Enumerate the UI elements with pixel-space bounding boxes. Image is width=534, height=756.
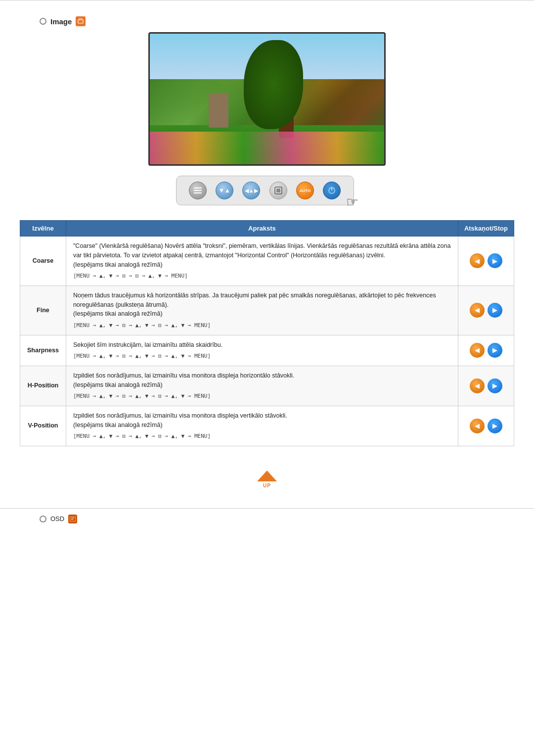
svg-rect-0 bbox=[78, 20, 83, 23]
fine-nav-buttons: ◀ ▶ bbox=[465, 303, 507, 318]
brightness-button[interactable]: ◀▲▶ bbox=[242, 182, 260, 199]
hposition-nav-buttons: ◀ ▶ bbox=[465, 378, 507, 393]
auto-button[interactable]: AUTO bbox=[296, 182, 314, 199]
table-row: V-Position Izpildiet šos norādījumus, la… bbox=[20, 406, 514, 446]
svg-rect-3 bbox=[194, 192, 202, 193]
osd-icon-badge bbox=[68, 515, 77, 523]
svg-rect-8 bbox=[70, 517, 76, 521]
col-header-menu: Izvēlne bbox=[20, 221, 66, 236]
up-button-area: UP bbox=[0, 456, 534, 503]
osd-section-label: OSD bbox=[50, 515, 64, 522]
down-up-button[interactable]: ▼▲ bbox=[216, 182, 233, 199]
row-action-coarse: ◀ ▶ bbox=[458, 236, 514, 286]
monitor-image bbox=[148, 32, 386, 166]
osd-section-header: OSD bbox=[0, 509, 534, 529]
vposition-prev-button[interactable]: ◀ bbox=[470, 419, 485, 433]
svg-rect-5 bbox=[276, 189, 280, 192]
row-desc-vposition: Izpildiet šos norādījumus, lai izmainītu… bbox=[66, 406, 458, 446]
up-button[interactable]: UP bbox=[252, 466, 282, 493]
image-section-label: Image bbox=[50, 17, 72, 26]
row-action-vposition: ◀ ▶ bbox=[458, 406, 514, 446]
hposition-instruction: [MENU → ▲, ▼ → ⊡ → ▲, ▼ → ⊡ → ▲, ▼ → MEN… bbox=[73, 392, 451, 401]
table-header-row: Izvēlne Apraksts Atskaņot/Stop bbox=[20, 221, 514, 236]
row-desc-hposition: Izpildiet šos norādījumus, lai izmainītu… bbox=[66, 366, 458, 406]
fine-prev-button[interactable]: ◀ bbox=[470, 303, 485, 318]
hposition-description-text: Izpildiet šos norādījumus, lai izmainītu… bbox=[73, 372, 294, 388]
features-table: Izvēlne Apraksts Atskaņot/Stop Coarse "C… bbox=[20, 220, 514, 446]
vposition-next-button[interactable]: ▶ bbox=[488, 419, 502, 433]
power-button[interactable] bbox=[323, 182, 341, 199]
hand-pointer-icon: ☞ bbox=[346, 194, 358, 210]
row-name-hposition: H-Position bbox=[20, 366, 66, 406]
image-section-icon-badge bbox=[76, 16, 86, 26]
coarse-next-button[interactable]: ▶ bbox=[488, 253, 502, 268]
row-action-sharpness: ◀ ▶ bbox=[458, 335, 514, 366]
sharpness-next-button[interactable]: ▶ bbox=[488, 343, 502, 358]
osd-section-circle-icon bbox=[40, 516, 46, 522]
svg-rect-2 bbox=[194, 190, 202, 191]
row-name-sharpness: Sharpness bbox=[20, 335, 66, 366]
row-action-hposition: ◀ ▶ bbox=[458, 366, 514, 406]
hposition-prev-button[interactable]: ◀ bbox=[470, 378, 485, 393]
table-row: Sharpness Sekojiet šīm instrukcijām, lai… bbox=[20, 335, 514, 366]
sharpness-instruction: [MENU → ▲, ▼ → ⊡ → ▲, ▼ → ⊡ → ▲, ▼ → MEN… bbox=[73, 352, 451, 361]
table-row: Coarse "Coarse" (Vienkāršā regulēšana) N… bbox=[20, 236, 514, 286]
row-desc-fine: Noņem tādus traucējumus kā horizontālās … bbox=[66, 285, 458, 335]
image-section-circle-icon bbox=[40, 18, 46, 25]
table-row: Fine Noņem tādus traucējumus kā horizont… bbox=[20, 285, 514, 335]
row-desc-sharpness: Sekojiet šīm instrukcijām, lai izmainītu… bbox=[66, 335, 458, 366]
table-row: H-Position Izpildiet šos norādījumus, la… bbox=[20, 366, 514, 406]
sharpness-description-text: Sekojiet šīm instrukcijām, lai izmainītu… bbox=[73, 341, 222, 348]
col-header-action: Atskaņot/Stop bbox=[458, 221, 514, 236]
coarse-instruction: [MENU → ▲, ▼ → ⊡ → ⊡ → ▲, ▼ → MENU] bbox=[73, 272, 451, 281]
col-header-description: Apraksts bbox=[66, 221, 458, 236]
svg-rect-1 bbox=[194, 188, 202, 189]
sharpness-nav-buttons: ◀ ▶ bbox=[465, 343, 507, 358]
row-name-coarse: Coarse bbox=[20, 236, 66, 286]
row-name-vposition: V-Position bbox=[20, 406, 66, 446]
coarse-nav-buttons: ◀ ▶ bbox=[465, 253, 507, 268]
fine-description-text: Noņem tādus traucējumus kā horizontālās … bbox=[73, 292, 436, 318]
coarse-prev-button[interactable]: ◀ bbox=[470, 253, 485, 268]
image-controls-section: ▼▲ ◀▲▶ AUTO bbox=[40, 32, 494, 210]
hposition-next-button[interactable]: ▶ bbox=[488, 378, 502, 393]
fine-next-button[interactable]: ▶ bbox=[488, 303, 502, 318]
fine-instruction: [MENU → ▲, ▼ → ⊡ → ▲, ▼ → ⊡ → ▲, ▼ → MEN… bbox=[73, 322, 451, 330]
vposition-description-text: Izpildiet šos norādījumus, lai izmainītu… bbox=[73, 412, 287, 428]
menu-button[interactable] bbox=[189, 182, 207, 199]
select-button[interactable] bbox=[269, 182, 287, 199]
row-desc-coarse: "Coarse" (Vienkāršā regulēšana) Novērš a… bbox=[66, 236, 458, 286]
image-section-header: Image bbox=[0, 10, 534, 32]
coarse-description-text: "Coarse" (Vienkāršā regulēšana) Novērš a… bbox=[73, 242, 451, 268]
up-button-label: UP bbox=[263, 483, 271, 488]
vposition-nav-buttons: ◀ ▶ bbox=[465, 419, 507, 433]
up-arrow-icon bbox=[257, 471, 277, 481]
row-action-fine: ◀ ▶ bbox=[458, 285, 514, 335]
auto-label: AUTO bbox=[300, 189, 311, 193]
controls-bar: ▼▲ ◀▲▶ AUTO bbox=[176, 176, 354, 205]
vposition-instruction: [MENU → ▲, ▼ → ⊡ → ▲, ▼ → ⊡ → ▲, ▼ → MEN… bbox=[73, 432, 451, 441]
top-divider bbox=[0, 0, 534, 0]
sharpness-prev-button[interactable]: ◀ bbox=[470, 343, 485, 358]
row-name-fine: Fine bbox=[20, 285, 66, 335]
